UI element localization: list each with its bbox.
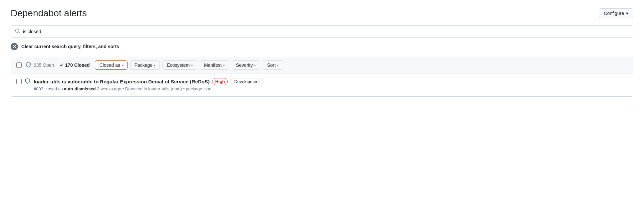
search-input[interactable] [23,29,629,34]
ecosystem-label: Ecosystem [167,62,189,68]
open-count: 635 Open [34,62,54,68]
search-icon [15,28,20,35]
table-row: loader-utils is vulnerable to Regular Ex… [11,73,633,96]
alert-title: loader-utils is vulnerable to Regular Ex… [34,78,628,85]
manifest-button[interactable]: Manifest ▾ [200,60,229,70]
sort-button[interactable]: Sort ▾ [263,60,283,70]
manifest-chevron-icon: ▾ [223,63,225,67]
alerts-container: 635 Open ✓ 170 Closed Closed as ▾ Packag… [11,57,633,97]
package-chevron-icon: ▾ [154,63,156,67]
environment-badge: Development [230,78,263,85]
package-button[interactable]: Package ▾ [130,60,160,70]
clear-filters-button[interactable]: ✕ [11,43,18,50]
alert-meta-prefix: #803 closed as [34,86,63,91]
severity-button[interactable]: Severity ▾ [232,60,260,70]
severity-label: Severity [236,62,253,68]
alert-meta-details: 2 weeks ago • Detected in loader-utils (… [97,86,211,91]
configure-chevron-icon: ▾ [626,11,628,16]
alert-meta: #803 closed as auto-dismissed 2 weeks ag… [34,86,628,91]
select-all-checkbox[interactable] [16,62,22,68]
closed-count-label: 170 Closed [65,62,90,68]
sort-label: Sort [267,62,276,68]
sort-chevron-icon: ▾ [277,63,279,67]
search-bar [11,25,633,38]
closed-as-button[interactable]: Closed as ▾ [95,60,127,70]
severity-badge: High [212,78,228,85]
manifest-label: Manifest [204,62,222,68]
ecosystem-chevron-icon: ▾ [191,63,193,67]
alerts-toolbar: 635 Open ✓ 170 Closed Closed as ▾ Packag… [11,57,633,73]
alert-checkbox[interactable] [16,79,22,84]
clear-filters-label: Clear current search query, filters, and… [21,44,119,49]
checkmark-icon: ✓ [60,62,64,68]
clear-filters-row: ✕ Clear current search query, filters, a… [11,43,633,50]
closed-as-chevron-icon: ▾ [122,63,123,67]
closed-count-container: ✓ 170 Closed [60,62,90,68]
configure-button[interactable]: Configure ▾ [599,8,633,18]
ecosystem-button[interactable]: Ecosystem ▾ [162,60,197,70]
page-header: Dependabot alerts Configure ▾ [11,8,633,19]
shield-icon [26,62,31,68]
alert-title-text: loader-utils is vulnerable to Regular Ex… [34,79,209,84]
package-label: Package [135,62,153,68]
alert-shield-icon [25,78,30,85]
configure-label: Configure [604,11,624,16]
severity-chevron-icon: ▾ [254,63,256,67]
alert-content: loader-utils is vulnerable to Regular Ex… [34,78,628,91]
closed-as-label: Closed as [99,62,120,68]
page-title: Dependabot alerts [11,8,87,19]
alert-close-reason: auto-dismissed [64,86,96,91]
